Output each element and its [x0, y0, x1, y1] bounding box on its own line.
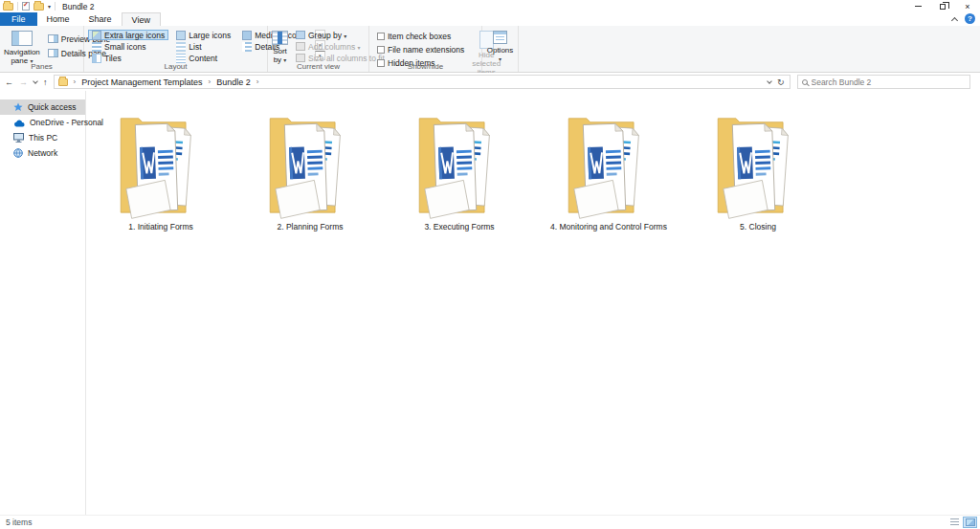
sort-by-button[interactable]: Sort by ▾ [272, 30, 288, 64]
close-button[interactable]: × [955, 0, 980, 12]
address-history-chevron-icon[interactable] [767, 78, 772, 84]
ribbon-group-show-hide: Item check boxes File name extensions Hi… [369, 26, 482, 72]
sidebar-item-label: This PC [29, 133, 57, 143]
layout-group-label: Layout [84, 62, 267, 71]
checkbox-icon [377, 46, 385, 54]
tab-share[interactable]: Share [79, 12, 122, 26]
folder-with-documents-icon [116, 107, 207, 220]
details-icon [242, 42, 252, 52]
breadcrumb-segment[interactable]: Project Management Templates [81, 77, 202, 87]
status-bar: 5 items [0, 515, 980, 529]
folder-label: 5. Closing [740, 223, 776, 231]
ribbon-group-options: Options ▾ [482, 26, 519, 72]
item-check-boxes-label: Item check boxes [388, 32, 451, 41]
list-label: List [189, 42, 201, 52]
new-folder-qat-icon[interactable] [33, 3, 44, 11]
star-icon [13, 102, 23, 112]
folder-with-documents-icon [414, 107, 505, 220]
tab-home[interactable]: Home [37, 12, 79, 26]
breadcrumb-segment[interactable]: Bundle 2 [216, 77, 251, 87]
ribbon-group-current-view: Sort by ▾ Group by ▾ Add columns ▾ Size … [268, 26, 369, 72]
items-count: 5 items [6, 518, 32, 527]
tiles-icon [92, 54, 101, 63]
group-by-label: Group by ▾ [308, 31, 346, 40]
extra-large-icons-label: Extra large icons [104, 31, 165, 40]
close-icon: × [965, 2, 969, 11]
properties-qat-icon[interactable] [22, 2, 30, 11]
qat-customize-chevron-icon[interactable]: ▾ [48, 4, 51, 10]
add-columns-label: Add columns ▾ [308, 42, 361, 52]
address-bar[interactable]: › Project Management Templates › Bundle … [54, 75, 791, 89]
folder-item[interactable]: 4. Monitoring and Control Forms [534, 107, 683, 231]
thumbnail-view-toggle[interactable] [963, 517, 977, 528]
view-list[interactable]: List [172, 41, 234, 52]
folder-with-documents-icon [713, 107, 804, 220]
checkbox-icon [377, 33, 385, 40]
details-view-toggle[interactable] [947, 517, 962, 528]
navigation-pane-icon [11, 31, 33, 46]
details-view-icon [950, 518, 959, 526]
large-icons-label: Large icons [189, 31, 231, 40]
view-large-icons[interactable]: Large icons [172, 30, 234, 40]
folder-with-documents-icon [564, 107, 655, 220]
search-box[interactable] [797, 75, 970, 89]
restore-button[interactable] [930, 0, 955, 12]
sidebar-item-network[interactable]: Network [0, 145, 85, 161]
folder-label: 2. Planning Forms [278, 223, 344, 231]
address-row: ← → ↑ › Project Management Templates › B… [0, 73, 980, 91]
divider [17, 2, 18, 11]
navigation-pane-button[interactable]: Navigation pane ▾ [4, 30, 40, 65]
up-button[interactable]: ↑ [43, 77, 48, 87]
folder-item[interactable]: 1. Initiating Forms [86, 107, 235, 231]
explorer-window: ▾ Bundle 2 × File Home Share View ? Navi… [0, 0, 980, 529]
window-title: Bundle 2 [62, 2, 95, 11]
item-check-boxes-checkbox[interactable]: Item check boxes [373, 31, 468, 41]
search-input[interactable] [812, 77, 955, 87]
ribbon-group-layout: Extra large icons Small icons Tiles Larg… [84, 26, 268, 72]
options-button[interactable]: Options ▾ [486, 30, 514, 62]
folder-item[interactable]: 5. Closing [683, 107, 833, 231]
panes-group-label: Panes [0, 62, 83, 71]
sidebar-item-quick-access[interactable]: Quick access [0, 99, 85, 115]
address-folder-icon [58, 78, 68, 86]
crumb-separator: › [207, 77, 213, 86]
crumb-separator: › [72, 77, 78, 86]
add-columns-icon [296, 42, 305, 51]
refresh-icon[interactable]: ↻ [777, 77, 785, 87]
sidebar-item-onedrive[interactable]: OneDrive - Personal [0, 115, 85, 130]
folder-label: 4. Monitoring and Control Forms [550, 223, 667, 231]
help-icon[interactable]: ? [965, 13, 975, 24]
view-extra-large-icons[interactable]: Extra large icons [88, 30, 168, 40]
title-bar: ▾ Bundle 2 × [0, 0, 980, 12]
forward-button[interactable]: → [19, 77, 28, 87]
group-by-icon [296, 31, 305, 39]
small-icons-label: Small icons [104, 42, 145, 52]
window-folder-icon [3, 3, 13, 11]
collapse-ribbon-icon[interactable] [951, 16, 958, 23]
pc-icon [13, 133, 24, 143]
options-dropdown-icon: ▾ [499, 56, 501, 62]
tab-file[interactable]: File [0, 12, 37, 26]
minimize-button[interactable] [905, 0, 930, 12]
folder-item[interactable]: 3. Executing Forms [385, 107, 534, 231]
file-name-extensions-checkbox[interactable]: File name extensions [373, 44, 468, 55]
search-icon [802, 79, 808, 85]
sidebar-item-this-pc[interactable]: This PC [0, 130, 85, 145]
folder-item[interactable]: 2. Planning Forms [235, 107, 385, 231]
cloud-icon [13, 119, 25, 127]
tab-view[interactable]: View [122, 12, 161, 26]
view-small-icons[interactable]: Small icons [88, 41, 168, 52]
back-button[interactable]: ← [5, 77, 13, 87]
ribbon: Navigation pane ▾ Preview pane Details p… [0, 26, 980, 73]
crumb-separator: › [255, 77, 261, 86]
divider [55, 2, 56, 11]
folder-label: 1. Initiating Forms [128, 223, 193, 231]
recent-locations-chevron-icon[interactable] [33, 78, 38, 84]
folder-grid: 1. Initiating Forms [86, 107, 833, 231]
extra-large-icons-icon [92, 31, 101, 40]
list-icon [176, 42, 186, 52]
main-content: Quick access OneDrive - Personal This PC… [0, 91, 980, 515]
sidebar-item-label: Network [28, 148, 57, 158]
folder-with-documents-icon [265, 107, 356, 220]
network-icon [13, 148, 23, 158]
